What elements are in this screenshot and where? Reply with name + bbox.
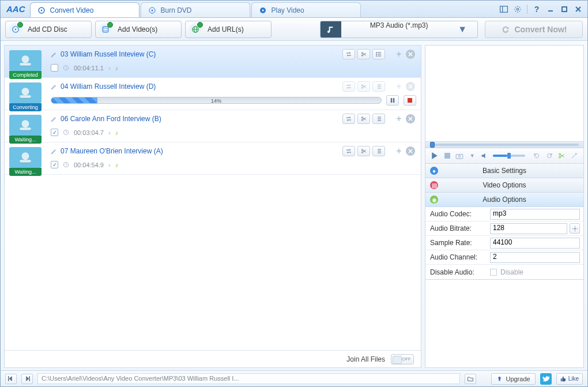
add-videos-button[interactable]: Add Video(s): [95, 21, 182, 38]
camera-icon: [455, 151, 465, 161]
volume-slider[interactable]: [493, 155, 525, 157]
file-item[interactable]: Completed 03 William Russell Inteview (C…: [5, 46, 421, 78]
progress-pct: 14%: [211, 97, 221, 104]
gear-icon[interactable]: [570, 223, 580, 234]
remove-icon[interactable]: [406, 146, 415, 156]
chevron-down-icon[interactable]: ▼: [468, 151, 477, 161]
output-path[interactable]: C:\Users\Ariel\Videos\Any Video Converte…: [37, 373, 460, 384]
wand-icon[interactable]: [570, 151, 579, 161]
rotate-right-icon[interactable]: [545, 151, 554, 161]
join-files-label: Join All Files: [346, 355, 385, 363]
join-files-toggle[interactable]: OFF: [391, 354, 414, 365]
checkbox[interactable]: [51, 64, 58, 72]
item-actions: +: [342, 81, 415, 92]
pencil-icon[interactable]: [51, 148, 57, 155]
swap-icon[interactable]: [342, 146, 355, 156]
file-title[interactable]: 06 Carole Ann Ford Interview (B): [61, 115, 161, 123]
item-actions: +: [342, 49, 415, 59]
tab-play-video[interactable]: Play Video: [251, 2, 361, 17]
prev-file-button[interactable]: [5, 374, 17, 384]
svg-point-21: [22, 55, 29, 63]
scissors-icon[interactable]: [357, 114, 370, 124]
section-video[interactable]: ▤ Video Options: [425, 178, 583, 193]
pencil-icon[interactable]: [51, 51, 57, 58]
file-item[interactable]: Converting 04 William Russell Inteview (…: [5, 78, 421, 110]
plus-icon[interactable]: +: [394, 50, 404, 59]
audio-codec-select[interactable]: mp3: [490, 209, 580, 220]
section-basic[interactable]: ● Basic Settings: [425, 164, 583, 178]
rotate-left-icon[interactable]: [532, 151, 541, 161]
twitter-button[interactable]: [540, 373, 552, 385]
checkbox[interactable]: [51, 161, 58, 168]
thumbnail: [9, 50, 42, 71]
svg-rect-66: [444, 153, 450, 159]
tab-convert-video[interactable]: Convert Video: [30, 2, 140, 17]
file-title[interactable]: 07 Maureen O'Brien Interview (A): [61, 147, 163, 155]
next-file-button[interactable]: [21, 374, 33, 384]
facebook-like-button[interactable]: Like: [556, 373, 583, 385]
svg-point-55: [22, 152, 29, 160]
list-icon[interactable]: [372, 146, 385, 156]
progress-bar[interactable]: 14%: [51, 97, 382, 104]
section-audio[interactable]: ◉ Audio Options: [425, 193, 583, 207]
checkbox[interactable]: [51, 129, 58, 136]
swap-icon[interactable]: [342, 114, 355, 124]
maximize-icon[interactable]: [559, 4, 570, 14]
thumb-up-icon: [560, 376, 566, 382]
list-icon[interactable]: [372, 49, 385, 59]
minimize-icon[interactable]: [545, 4, 556, 14]
play-icon[interactable]: [430, 151, 439, 161]
file-title[interactable]: 04 William Russell Inteview (D): [61, 82, 156, 91]
upgrade-button[interactable]: Upgrade: [491, 373, 535, 385]
scissors-icon[interactable]: [357, 146, 370, 156]
music-icon: ♪: [115, 129, 119, 136]
audio-channel-select[interactable]: 2: [490, 252, 580, 263]
plus-icon[interactable]: +: [394, 114, 404, 123]
stop-button[interactable]: [404, 95, 416, 106]
play-icon: [259, 6, 267, 14]
output-format-select[interactable]: MP3 Audio (*.mp3) ▼: [320, 21, 478, 38]
item-actions: +: [342, 114, 415, 124]
file-item[interactable]: Waiting... 07 Maureen O'Brien Interview …: [5, 142, 421, 175]
svg-rect-56: [20, 160, 31, 162]
convert-now-button[interactable]: Convert Now!: [485, 21, 583, 38]
pencil-icon[interactable]: [51, 84, 57, 90]
disable-text: Disable: [500, 268, 523, 276]
chevron-right-icon: ›: [108, 129, 111, 136]
scissors-icon[interactable]: [557, 151, 566, 161]
svg-point-14: [15, 28, 16, 29]
volume-icon[interactable]: [480, 151, 489, 161]
swap-icon[interactable]: [342, 49, 355, 59]
music-note-icon: [321, 21, 341, 37]
layout-icon[interactable]: [498, 4, 510, 14]
disable-audio-checkbox[interactable]: [490, 269, 497, 276]
meta-row: 00:04:54.9 › ♪: [51, 161, 416, 168]
sphere-icon: ●: [430, 167, 438, 175]
remove-icon[interactable]: [406, 114, 415, 123]
tab-burn-dvd[interactable]: Burn DVD: [141, 2, 250, 17]
help-icon[interactable]: ?: [531, 4, 542, 14]
seek-bar[interactable]: [425, 141, 583, 148]
sample-rate-select[interactable]: 44100: [490, 238, 580, 249]
title-tab-bar: AAC Convert Video Burn DVD Play Video ?: [1, 1, 587, 18]
music-icon: ♪: [115, 161, 119, 168]
add-urls-button[interactable]: Add URL(s): [185, 21, 272, 38]
list-icon[interactable]: [372, 114, 385, 124]
open-folder-button[interactable]: [465, 374, 476, 384]
sample-rate-label: Sample Rate:: [425, 239, 490, 247]
audio-bitrate-select[interactable]: 128: [490, 223, 567, 234]
pause-button[interactable]: [386, 95, 399, 106]
button-label: Add Video(s): [118, 25, 157, 33]
plus-icon[interactable]: +: [394, 146, 404, 156]
svg-rect-22: [20, 63, 31, 65]
remove-icon[interactable]: [406, 50, 415, 59]
add-cd-button[interactable]: Add CD Disc: [5, 21, 92, 38]
file-item[interactable]: Waiting... 06 Carole Ann Ford Interview …: [5, 110, 421, 142]
close-icon[interactable]: [572, 4, 584, 14]
svg-rect-15: [103, 27, 108, 32]
file-title[interactable]: 03 William Russell Inteview (C): [61, 50, 156, 58]
gear-icon[interactable]: [512, 4, 523, 14]
scissors-icon[interactable]: [357, 49, 370, 59]
section-label: Video Options: [483, 181, 526, 189]
pencil-icon[interactable]: [51, 116, 57, 122]
